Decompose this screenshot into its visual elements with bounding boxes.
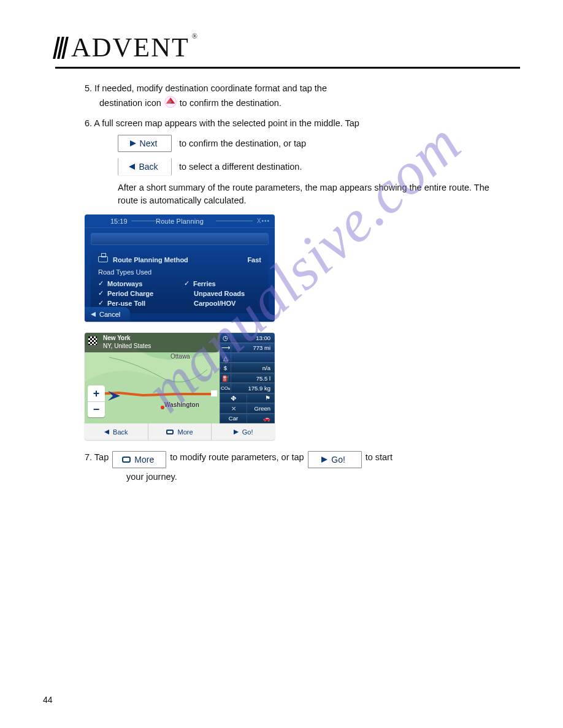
scr1-method-label: Route Planning Method bbox=[113, 256, 188, 264]
more-button-label: More bbox=[134, 453, 154, 466]
scr1-subhead: Road Types Used bbox=[98, 268, 261, 276]
scr2-side-panel: ◷ 13:00 ⟶ 773 mi △ $ n/a ⛽ 75.5 l bbox=[220, 333, 275, 423]
zoom-in-button[interactable]: + bbox=[88, 385, 105, 401]
step6-text-d: After a short summary of the route param… bbox=[118, 181, 489, 207]
cost-icon: $ bbox=[220, 363, 231, 372]
brand-reg: ® bbox=[192, 32, 199, 41]
zoom-out-button[interactable]: − bbox=[88, 401, 105, 417]
scr2-clock: 13:00 bbox=[231, 333, 274, 342]
step5-text-b: destination icon bbox=[99, 98, 164, 108]
scr2-car: Car bbox=[220, 414, 247, 423]
more-icon bbox=[122, 457, 131, 463]
scr1-status-icons: X••• bbox=[257, 218, 270, 224]
flag-icon: ⚑ bbox=[247, 394, 274, 403]
go-button[interactable]: Go! bbox=[308, 451, 362, 468]
step6-text-b: to confirm the destination, or tap bbox=[179, 137, 306, 150]
arrow-left-icon bbox=[91, 312, 96, 317]
scr1-opt-period: Period Charge bbox=[107, 290, 153, 297]
arrow-right-icon bbox=[321, 457, 327, 463]
scr2-city-wash: Washington bbox=[164, 401, 199, 408]
step7-text-d: your journey. bbox=[126, 471, 489, 483]
scr2-destination-banner: New York NY, United States bbox=[85, 333, 220, 352]
scr2-more-label: More bbox=[177, 428, 193, 436]
step6-text-a: 6. A full screen map appears with the se… bbox=[85, 118, 359, 128]
step7-text-b: to modify route parameters, or tap bbox=[170, 451, 304, 464]
checkered-flag-icon bbox=[88, 336, 97, 345]
scr2-go-button[interactable]: Go! bbox=[212, 423, 275, 440]
scr1-time: 15:19 bbox=[110, 218, 128, 225]
brand-logo: ADVENT® bbox=[55, 32, 520, 63]
highway-icon: ⛖ bbox=[220, 394, 247, 403]
distance-icon: ⟶ bbox=[220, 344, 231, 352]
scr1-opt-unpaved: Unpaved Roads bbox=[194, 290, 245, 297]
svg-rect-4 bbox=[211, 390, 217, 396]
next-button[interactable]: Next bbox=[118, 135, 172, 152]
divider bbox=[55, 67, 520, 69]
step7-text-c: to start bbox=[366, 451, 393, 464]
scr1-panel: Route Planning Method Fast Road Types Us… bbox=[91, 251, 269, 313]
scr2-dist: 773 mi bbox=[231, 344, 274, 352]
co2-icon: CO₂ bbox=[220, 384, 231, 392]
step7-text-a: 7. Tap bbox=[85, 451, 109, 464]
next-button-label: Next bbox=[140, 137, 158, 150]
clock-icon: ◷ bbox=[220, 333, 231, 342]
more-button[interactable]: More bbox=[112, 451, 166, 468]
arrow-left-icon bbox=[104, 430, 109, 434]
back-button-label: Back bbox=[139, 161, 158, 173]
scr1-input-box[interactable] bbox=[91, 233, 269, 245]
scr2-cost: n/a bbox=[231, 363, 274, 372]
scr2-back-button[interactable]: Back bbox=[85, 423, 148, 440]
scr2-more-button[interactable]: More bbox=[148, 423, 212, 440]
scr2-green: Green bbox=[247, 404, 274, 412]
scr2-back-label: Back bbox=[113, 428, 128, 436]
screenshot-route-planning: 15:19 Route Planning X••• Route Planning… bbox=[85, 214, 275, 322]
scr2-go-label: Go! bbox=[242, 428, 253, 436]
arrow-left-icon bbox=[129, 164, 135, 170]
green-icon: ⤫ bbox=[220, 404, 247, 412]
scr1-cancel-label: Cancel bbox=[99, 311, 120, 318]
arrow-right-icon bbox=[234, 430, 239, 434]
scr1-cancel-button[interactable]: Cancel bbox=[85, 307, 130, 322]
warning-icon: △ bbox=[220, 354, 231, 362]
step5-text-c: to confirm the destination. bbox=[180, 98, 282, 108]
scr2-dest-line2: NY, United States bbox=[103, 343, 215, 351]
scr2-dest-line1: New York bbox=[103, 335, 215, 343]
scr2-city-ottawa: Ottawa bbox=[170, 353, 190, 360]
brand-name: ADVENT bbox=[71, 32, 190, 63]
car-icon: 🚗 bbox=[247, 414, 274, 423]
page-number: 44 bbox=[43, 695, 53, 705]
scr1-method-value: Fast bbox=[247, 256, 261, 264]
step6-text-c: to select a different destination. bbox=[179, 161, 302, 173]
map-pin-icon bbox=[164, 95, 177, 112]
scr2-zoom[interactable]: + − bbox=[88, 385, 105, 417]
scr2-co2: 175.9 kg bbox=[231, 384, 274, 392]
scr2-warn bbox=[231, 354, 274, 362]
scr1-opt-peruse: Per-use Toll bbox=[107, 300, 145, 307]
scr2-fuel: 75.5 l bbox=[231, 374, 274, 382]
scr1-opt-motorways: Motorways bbox=[107, 280, 142, 287]
scr1-opt-ferries: Ferries bbox=[193, 280, 216, 287]
more-icon bbox=[166, 430, 174, 434]
screenshot-map-preview: New York NY, United States Ottawa Washin… bbox=[85, 333, 275, 440]
fuel-icon: ⛽ bbox=[220, 374, 231, 382]
step5-text-a: 5. If needed, modify destination coordin… bbox=[85, 83, 327, 93]
svg-point-1 bbox=[169, 100, 172, 103]
car-icon bbox=[98, 256, 108, 262]
back-button[interactable]: Back bbox=[118, 158, 172, 175]
arrow-right-icon bbox=[130, 140, 136, 146]
go-button-label: Go! bbox=[331, 453, 345, 466]
scr1-opt-carpool: Carpool/HOV bbox=[194, 300, 236, 307]
